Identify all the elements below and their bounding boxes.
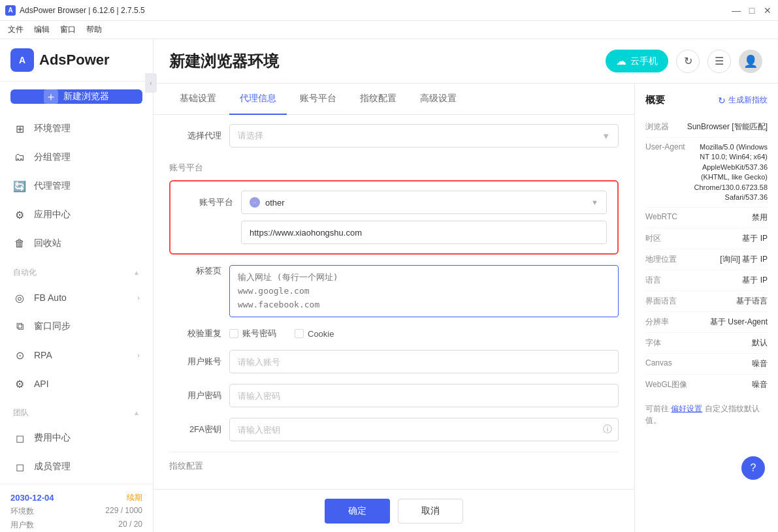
sidebar: A AdsPower ＋ 新建浏览器 ⊞ 环境管理 🗂 分组管理 🔄 代理管理 …: [0, 39, 154, 532]
rpa-icon: ⊙: [13, 349, 26, 362]
sidebar-item-proxy-mgmt[interactable]: 🔄 代理管理: [0, 172, 153, 200]
confirm-button[interactable]: 确定: [325, 499, 390, 524]
menu-file[interactable]: 文件: [8, 24, 24, 35]
avatar[interactable]: 👤: [739, 50, 762, 73]
tab-basic[interactable]: 基础设置: [169, 84, 227, 115]
tab-proxy[interactable]: 代理信息: [229, 84, 287, 115]
summary-val: 基于语言: [682, 296, 768, 307]
tab-account[interactable]: 账号平台: [289, 84, 347, 115]
bookmark-label: 标签页: [169, 265, 221, 277]
panel-note: 可前往 偏好设置 自定义指纹默认值。: [645, 403, 768, 426]
sidebar-item-member-mgmt[interactable]: ◻ 成员管理: [0, 452, 153, 481]
sidebar-item-app-center[interactable]: ⚙ 应用中心: [0, 200, 153, 229]
footer-expire[interactable]: 续期: [127, 492, 142, 503]
platform-icon: ··: [250, 197, 260, 208]
summary-val: 基于 IP: [666, 233, 768, 244]
user-count-value: 20 / 20: [118, 520, 142, 529]
proxy-select[interactable]: 请选择 ▼: [229, 124, 619, 148]
username-input[interactable]: [229, 350, 619, 373]
summary-val: 默认: [666, 337, 768, 349]
verify-cookie-label: Cookie: [308, 329, 334, 339]
sidebar-item-recycle[interactable]: 🗑 回收站: [0, 229, 153, 258]
summary-key: WebRTC: [645, 212, 677, 223]
member-mgmt-icon: ◻: [13, 460, 26, 473]
chevron-right-icon: ›: [137, 351, 140, 359]
form-tabs: 基础设置 代理信息 账号平台 指纹配置 高级设置: [154, 84, 634, 115]
summary-val: 噪音: [677, 358, 768, 369]
summary-key: 分辨率: [645, 317, 669, 328]
sidebar-item-label: FB Auto: [34, 292, 67, 303]
sidebar-item-api[interactable]: ⚙ API: [0, 369, 153, 398]
proxy-dropdown-arrow: ▼: [602, 131, 610, 141]
verify-label: 校验重复: [169, 328, 221, 339]
fingerprint-section-title: 指纹配置: [169, 452, 619, 476]
sidebar-collapse-button[interactable]: ‹: [145, 73, 157, 93]
tab-fingerprint[interactable]: 指纹配置: [349, 84, 407, 115]
refresh-icon: ↻: [684, 55, 692, 67]
menu-edit[interactable]: 编辑: [34, 24, 50, 35]
sidebar-item-label: 分组管理: [34, 151, 71, 163]
summary-row-geolocation: 地理位置 [询问] 基于 IP: [645, 249, 768, 270]
tab-advanced[interactable]: 高级设置: [410, 84, 467, 115]
summary-val: 基于 User-Agent: [674, 317, 768, 328]
proxy-label: 选择代理: [169, 130, 221, 142]
summary-row-ui-language: 界面语言 基于语言: [645, 291, 768, 312]
sidebar-item-rpa[interactable]: ⊙ RPA ›: [0, 341, 153, 369]
summary-val: 禁用: [683, 212, 768, 223]
platform-url-input[interactable]: [241, 221, 607, 244]
window-sync-icon: ⧉: [13, 320, 26, 333]
summary-key: 浏览器: [645, 121, 669, 133]
menu-window[interactable]: 窗口: [60, 24, 76, 35]
verify-password-checkbox[interactable]: 账号密码: [229, 328, 276, 339]
summary-val: Mozilla/5.0 (Windows NT 10.0; Win64; x64…: [690, 142, 768, 202]
sidebar-item-label: API: [34, 379, 49, 389]
team-section: 团队 ▲: [0, 401, 153, 421]
sidebar-item-billing[interactable]: ◻ 费用中心: [0, 424, 153, 452]
team-arrow: ▲: [133, 409, 140, 416]
bookmark-textarea[interactable]: [229, 265, 619, 317]
account-platform-select[interactable]: ·· other ▼: [241, 191, 607, 214]
form-body: 选择代理 请选择 ▼ 账号平台 账号平台: [154, 115, 634, 489]
main-header: 新建浏览器环境 ☁ 云手机 ↻ ☰ 👤: [154, 39, 778, 84]
generate-fingerprint-button[interactable]: ↻ 生成新指纹: [718, 95, 768, 106]
menu-help[interactable]: 帮助: [86, 24, 102, 35]
summary-row-ua: User-Agent Mozilla/5.0 (Windows NT 10.0;…: [645, 138, 768, 208]
automation-label: 自动化: [13, 267, 37, 278]
cloud-phone-button[interactable]: ☁ 云手机: [606, 50, 668, 72]
summary-val: SunBrowser [智能匹配]: [674, 121, 768, 133]
proxy-select-row: 选择代理 请选择 ▼: [169, 115, 619, 154]
list-button[interactable]: ☰: [707, 50, 731, 73]
help-icon: ?: [751, 462, 756, 474]
sidebar-item-window-sync[interactable]: ⧉ 窗口同步: [0, 312, 153, 341]
form-container: 基础设置 代理信息 账号平台 指纹配置 高级设置 选择代理 请选择 ▼: [154, 84, 634, 532]
account-section-title: 账号平台: [169, 154, 619, 180]
new-browser-button[interactable]: ＋ 新建浏览器: [10, 89, 142, 104]
menubar: 文件 编辑 窗口 帮助: [0, 21, 778, 39]
verify-cookie-checkbox[interactable]: Cookie: [295, 329, 334, 339]
header-actions: ☁ 云手机 ↻ ☰ 👤: [606, 50, 762, 73]
twofa-input[interactable]: [229, 418, 619, 441]
password-input[interactable]: [229, 384, 619, 407]
summary-val: [询问] 基于 IP: [682, 254, 768, 265]
sidebar-item-fb-auto[interactable]: ◎ FB Auto ›: [0, 283, 153, 312]
help-button[interactable]: ?: [741, 456, 765, 480]
main-content: 新建浏览器环境 ☁ 云手机 ↻ ☰ 👤: [154, 39, 778, 532]
sidebar-item-group-mgmt[interactable]: 🗂 分组管理: [0, 143, 153, 172]
maximize-button[interactable]: □: [747, 5, 757, 16]
refresh-icon: ↻: [718, 95, 726, 106]
summary-key: 地理位置: [645, 254, 677, 265]
close-button[interactable]: ✕: [762, 5, 773, 16]
cancel-button[interactable]: 取消: [398, 499, 463, 524]
sidebar-item-env-mgmt[interactable]: ⊞ 环境管理: [0, 114, 153, 143]
summary-val: 噪音: [692, 379, 768, 390]
sidebar-header: A AdsPower: [0, 39, 153, 82]
refresh-button[interactable]: ↻: [676, 50, 700, 73]
cloud-btn-label: 云手机: [630, 55, 658, 67]
twofa-label: 2FA密钥: [169, 424, 221, 435]
url-input-row: [181, 221, 607, 244]
summary-header: 概要 ↻ 生成新指纹: [645, 94, 768, 106]
summary-row-language: 语言 基于 IP: [645, 270, 768, 291]
footer-user-stats: 用户数 20 / 20: [10, 520, 142, 531]
preferences-link[interactable]: 偏好设置: [671, 404, 702, 413]
minimize-button[interactable]: —: [731, 5, 741, 16]
